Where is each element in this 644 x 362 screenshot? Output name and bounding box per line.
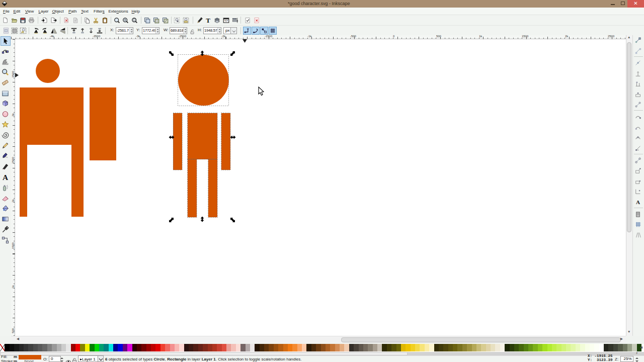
svg-text:<>: <> bbox=[224, 19, 228, 23]
svg-text:A: A bbox=[636, 199, 640, 205]
svg-text:T: T bbox=[206, 17, 210, 24]
svg-text:A: A bbox=[3, 173, 9, 181]
